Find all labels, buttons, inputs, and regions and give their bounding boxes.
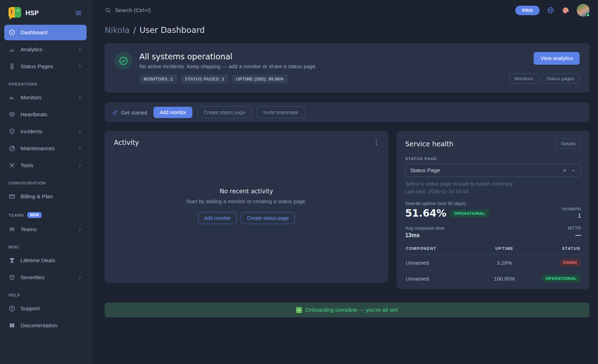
- sidebar-item-analytics[interactable]: Analytics: [4, 42, 87, 57]
- chevron-right-icon: [77, 275, 82, 280]
- component-uptime: 3.28%: [476, 260, 533, 266]
- status-page-label: STATUS PAGE: [405, 157, 581, 161]
- clear-icon[interactable]: [562, 168, 567, 173]
- breadcrumb-parent[interactable]: Nikola: [105, 25, 130, 35]
- sidebar-item-label: Severities: [21, 274, 45, 281]
- empty-state-subtitle: Start by adding a monitor or creating a …: [186, 198, 307, 204]
- section-label: TEAMS: [8, 213, 24, 217]
- chevron-right-icon: [77, 129, 82, 134]
- wrench-circle-icon: [8, 145, 16, 152]
- sidebar-item-tools[interactable]: Tools: [4, 158, 87, 173]
- monitors-button[interactable]: Monitors: [509, 74, 538, 84]
- check-circle-icon: [115, 52, 132, 70]
- status-pages-count-chip: STATUS PAGES: 3: [181, 75, 228, 84]
- overall-uptime-block: Overall uptime (last 30 days) 51.64% OPE…: [405, 201, 489, 219]
- cards-row: Activity No recent activity Start by add…: [105, 131, 590, 289]
- sidebar-item-support[interactable]: Support: [4, 301, 87, 316]
- online-status-dot: [586, 13, 590, 17]
- sidebar-item-label: Status Pages: [21, 63, 53, 70]
- uptime-column-header: UPTIME: [476, 246, 533, 251]
- chevron-down-icon[interactable]: [571, 168, 576, 173]
- down-status-badge: DOWN: [560, 259, 580, 266]
- empty-add-monitor-button[interactable]: Add monitor: [198, 212, 237, 224]
- sidebar-item-label: Support: [21, 305, 40, 312]
- add-monitor-button[interactable]: Add monitor: [153, 107, 192, 118]
- mttr-label: MTTR: [568, 225, 581, 231]
- activity-header: Activity: [114, 139, 379, 146]
- book-icon: [8, 322, 16, 329]
- status-column-header: STATUS: [533, 246, 580, 251]
- chevron-right-icon: [77, 64, 82, 69]
- avg-response-block: Avg response time 13ms: [405, 225, 445, 239]
- gauge-icon: [8, 29, 16, 36]
- sidebar-item-heartbeats[interactable]: Heartbeats: [4, 107, 87, 122]
- credit-card-icon: [8, 193, 16, 200]
- user-avatar[interactable]: [577, 4, 590, 17]
- hero-body: All systems operational No active incide…: [139, 52, 502, 84]
- incidents-block: Incidents 1: [562, 206, 581, 219]
- invite-teammate-button[interactable]: Invite teammate: [257, 106, 305, 118]
- rocket-icon: [112, 110, 118, 116]
- table-header-row: COMPONENT UPTIME STATUS: [405, 245, 581, 255]
- breadcrumb-separator: /: [133, 25, 136, 35]
- sidebar-nav: Dashboard Analytics Status Pages OPERATI…: [4, 25, 87, 333]
- onboarding-text: Onboarding complete — you're all set!: [305, 307, 398, 313]
- sidebar-item-lifetime-deals[interactable]: Lifetime Deals: [4, 253, 87, 268]
- kebab-menu-icon[interactable]: [373, 139, 379, 146]
- operational-status-badge: OPERATIONAL: [542, 275, 580, 282]
- sidebar-item-label: Lifetime Deals: [21, 257, 55, 264]
- sidebar-section-teams: TEAMS NEW: [4, 212, 87, 218]
- service-health-header: Service health Details: [405, 139, 581, 149]
- details-button[interactable]: Details: [556, 139, 581, 149]
- plan-badge[interactable]: PRO: [515, 6, 540, 15]
- alarm-clock-icon: [8, 274, 16, 281]
- view-analytics-button[interactable]: View analytics: [534, 52, 580, 65]
- select-helper-text: Select a status page to load its health …: [405, 181, 581, 187]
- hero-stat-chips: MONITORS: 2 STATUS PAGES: 3 UPTIME (30D)…: [139, 75, 502, 84]
- component-column-header: COMPONENT: [406, 246, 476, 251]
- uptime-chip: UPTIME (30D): 99.98%: [232, 75, 288, 84]
- incidents-value: 1: [562, 213, 581, 219]
- shield-alert-icon: [8, 128, 16, 135]
- sidebar-item-label: Dashboard: [21, 29, 47, 36]
- hamburger-menu-icon[interactable]: [75, 9, 82, 17]
- sidebar-item-teams[interactable]: Teams: [4, 222, 87, 237]
- mttr-block: MTTR —: [568, 225, 581, 239]
- get-started-label-wrap: Get started: [112, 110, 147, 116]
- empty-state-title: No recent activity: [186, 188, 307, 195]
- chevron-right-icon: [77, 47, 82, 52]
- table-row[interactable]: Unnamed 100.00% OPERATIONAL: [405, 271, 581, 286]
- activity-empty-state: No recent activity Start by adding a mon…: [186, 188, 307, 224]
- topbar-right: PRO: [515, 4, 590, 17]
- create-status-page-button[interactable]: Create status page: [197, 106, 252, 118]
- sidebar-item-incidents[interactable]: Incidents: [4, 124, 87, 139]
- search-wrap: [105, 7, 228, 14]
- sidebar-item-monitors[interactable]: Monitors: [4, 90, 87, 105]
- heartbeat-icon: [8, 111, 16, 118]
- overall-uptime-value: 51.64%: [405, 207, 447, 219]
- hero-title: All systems operational: [139, 52, 502, 61]
- sidebar-item-severities[interactable]: Severities: [4, 270, 87, 285]
- sidebar-item-billing[interactable]: Billing & Plan: [4, 189, 87, 204]
- globe-icon[interactable]: [547, 6, 555, 14]
- chevron-right-icon: [77, 146, 82, 151]
- sidebar-item-status-pages[interactable]: Status Pages: [4, 59, 87, 74]
- status-pages-button[interactable]: Status pages: [541, 74, 580, 84]
- status-page-select[interactable]: Status Page: [405, 164, 581, 177]
- traffic-light-icon: [8, 63, 16, 70]
- sidebar-item-maintenances[interactable]: Maintenances: [4, 141, 87, 156]
- search-input[interactable]: [115, 7, 228, 13]
- service-health-title: Service health: [405, 140, 453, 148]
- chevron-right-icon: [77, 95, 82, 100]
- empty-create-status-page-button[interactable]: Create status page: [241, 212, 295, 224]
- palette-icon[interactable]: [562, 6, 570, 14]
- sidebar-item-documentation[interactable]: Documentation: [4, 318, 87, 333]
- users-icon: [8, 226, 16, 233]
- service-health-card: Service health Details STATUS PAGE Statu…: [397, 131, 590, 289]
- table-row[interactable]: Unnamed 3.28% DOWN: [405, 255, 581, 271]
- avg-response-label: Avg response time: [405, 225, 445, 231]
- sidebar-item-label: Teams: [21, 226, 37, 233]
- sidebar-item-dashboard[interactable]: Dashboard: [4, 25, 87, 40]
- get-started-label: Get started: [121, 110, 147, 116]
- sidebar-item-label: Billing & Plan: [21, 193, 53, 200]
